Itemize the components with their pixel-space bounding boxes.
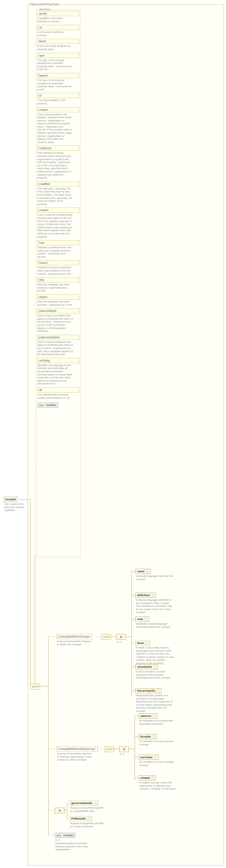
element-desc: Additional natural language information … [136, 622, 175, 628]
attribute-desc: The type of the concept assigned as cont… [37, 79, 73, 91]
any-el-card: 0..∞ [55, 839, 60, 841]
attribute-modified[interactable]: modified [37, 181, 79, 187]
seq-main: ⊟⊟⊟ [30, 684, 40, 689]
expand-icon[interactable]: + [152, 714, 156, 718]
element-related[interactable]: related+ [139, 775, 156, 780]
located-label: located [5, 498, 16, 501]
expand-icon[interactable]: + [152, 735, 156, 739]
element-name[interactable]: name+ [136, 569, 151, 574]
cdg-card: 0..∞ [117, 641, 121, 643]
attribute-desc: The local identifier of the property. [37, 99, 73, 105]
located-desc: The location from which the content orig… [4, 503, 29, 512]
element-located[interactable]: located [4, 497, 17, 502]
expand-icon[interactable]: + [93, 802, 97, 805]
attribute-id[interactable]: id [37, 93, 79, 98]
choice-crg: ⊞ [119, 746, 129, 752]
element-desc: A link to an item or a web resource whic… [136, 670, 175, 680]
expand-icon[interactable]: + [154, 756, 157, 759]
attribute-desc: The type of the concept assigned as cont… [37, 59, 73, 71]
attributes-label: attributes [38, 8, 51, 11]
attribute-desc: The date (and, optionally, the time) whe… [37, 187, 73, 206]
any-attribute[interactable]: any ##other [37, 403, 58, 408]
attribute-xml-lang[interactable]: xml:lang [37, 358, 79, 363]
expand-icon[interactable]: + [151, 594, 155, 597]
attribute-qcode[interactable]: qcode [37, 11, 79, 16]
element-desc: An identifier of a concept with equivale… [139, 719, 178, 725]
attribute-desc: A URI which identifies a concept. [37, 31, 73, 37]
poi-desc: A group of properties specific to a poin… [70, 822, 106, 828]
seq-cdg: ⊟⊟⊟ [101, 634, 111, 640]
element-sameAs[interactable]: sameAs+ [139, 713, 157, 718]
gad-label: geoAreaDetails [71, 802, 92, 805]
attribute-desc: One or many constraints that apply to pu… [37, 341, 73, 356]
cdg-label: ConceptDefinitionGroup [58, 635, 89, 638]
any-element[interactable]: any ##other [55, 833, 75, 838]
expand-icon[interactable]: + [144, 618, 148, 621]
element-desc: Represents the position of a concept in … [136, 694, 175, 713]
element-facet[interactable]: facet+ [136, 641, 150, 646]
any-el-label: any [57, 834, 61, 837]
attribute-dir[interactable]: dir [37, 388, 79, 393]
attribute-desc: A free-text value assigned as property v… [37, 44, 73, 51]
attribute-whyuri[interactable]: whyuri [37, 294, 79, 300]
attribute-pubconstraint[interactable]: pubconstraint [37, 308, 79, 313]
attribute-creator[interactable]: creator [37, 107, 79, 112]
attributes-frame: attributes qcodeA qualified code which i… [36, 10, 81, 557]
expand-icon[interactable]: + [95, 747, 96, 750]
attribute-desc: One or many constraints that apply to pu… [37, 314, 73, 333]
attribute-desc: Indicates by which means the value was e… [37, 246, 73, 258]
attribute-literal[interactable]: literal [37, 39, 79, 44]
element-desc: A natural language name for the concept. [136, 575, 175, 581]
attribute-howuri[interactable]: howuri [37, 260, 79, 265]
attribute-type[interactable]: type [37, 53, 79, 58]
attribute-desc: Why the metadata has been included - exp… [37, 300, 73, 306]
crg-desc: A group of properties required to indica… [57, 752, 92, 762]
attribute-pubconstrainturi[interactable]: pubconstrainturi [37, 335, 79, 340]
any-el-desc: Extension point for provider-defined pro… [55, 842, 91, 851]
element-desc: In NAR 1.8 and later, facet is deprecate… [136, 646, 175, 665]
group-concept-relationships[interactable]: ConceptRelationshipsGroup+ [57, 746, 98, 751]
expand-icon[interactable]: + [153, 665, 157, 669]
choice-details: ⊞ [55, 808, 65, 813]
any-attr-value: ##other [46, 403, 57, 407]
type-name: FlexLocationPropType [30, 3, 59, 6]
group-concept-definition[interactable]: ConceptDefinitionGroup+ [57, 634, 92, 639]
attribute-how[interactable]: how [37, 240, 79, 245]
element-poi-details[interactable]: POIDetails+ [70, 816, 92, 821]
expand-icon[interactable]: + [146, 570, 149, 573]
element-remoteInfo[interactable]: remoteInfo+ [136, 664, 158, 670]
attribute-desc: If set to true the corresponding propert… [37, 213, 73, 238]
attribute-typeuri[interactable]: typeuri [37, 73, 79, 78]
element-definition[interactable]: definition+ [136, 593, 156, 598]
attribute-desc: If the property value is not defined, sp… [37, 113, 73, 144]
attribute-uri[interactable]: uri [37, 25, 79, 30]
expand-icon[interactable]: + [145, 642, 148, 645]
element-broader[interactable]: broader+ [139, 734, 157, 739]
attribute-why[interactable]: why [37, 277, 79, 282]
crg-card: 0..∞ [120, 753, 125, 756]
expand-icon[interactable]: + [89, 635, 90, 638]
element-desc: A related concept, where the relationshi… [139, 781, 178, 790]
seq-crg: ⊟⊟⊟ [105, 746, 114, 752]
element-geo-area-details[interactable]: geoAreaDetails+ [70, 801, 98, 806]
attribute-desc: Why the metadata has been included - exp… [37, 283, 73, 292]
attribute-desc: The directionality of textual content (e… [37, 393, 73, 399]
attribute-desc: A qualified code which identifies a conc… [37, 17, 73, 23]
attribute-desc: If the attribute is empty, specifies whi… [37, 151, 73, 179]
element-narrower[interactable]: narrower+ [139, 755, 159, 760]
element-hierarchyInfo[interactable]: hierarchyInfo+ [136, 688, 161, 693]
attribute-desc: Indicates by which means the value was e… [37, 266, 73, 275]
attribute-creatoruri[interactable]: creatoruri [37, 146, 79, 151]
any-el-value: ##other [63, 834, 74, 837]
expand-icon[interactable]: + [151, 776, 154, 780]
element-note[interactable]: note+ [136, 617, 149, 622]
gad-desc: A group of properties specific to a geop… [70, 806, 106, 812]
cdg-desc: A group of properties required to define… [57, 640, 92, 646]
element-desc: An identifier of a more generic concept. [139, 740, 178, 746]
any-label: any [39, 403, 44, 407]
expand-icon[interactable]: + [87, 817, 90, 820]
element-desc: A natural language definition of the sem… [136, 598, 175, 614]
choice-cdg: ⊞ [116, 634, 126, 640]
expand-icon[interactable]: + [156, 689, 160, 693]
attribute-custom[interactable]: custom [37, 208, 79, 213]
